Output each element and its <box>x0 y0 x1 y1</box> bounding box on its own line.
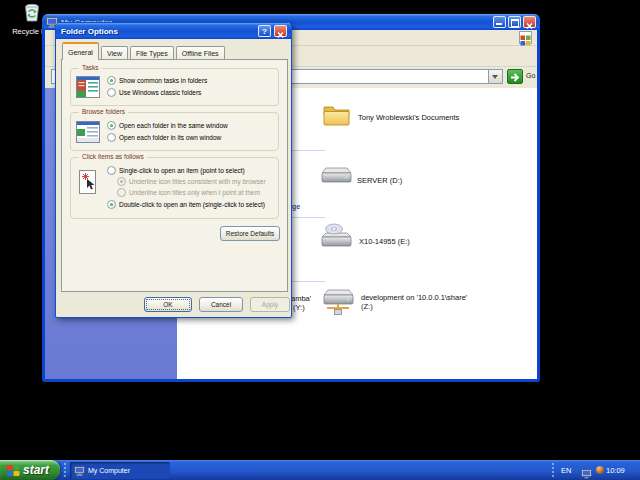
item-label-line2[interactable]: (Z:) <box>361 302 373 311</box>
taskbar-item-label: My Computer <box>88 467 130 474</box>
apply-button[interactable]: Apply <box>250 297 290 312</box>
radio-selected-icon <box>107 76 116 85</box>
start-label: start <box>23 463 49 477</box>
help-button[interactable]: ? <box>258 25 271 37</box>
radio-underline-point[interactable]: Underline icon titles only when I point … <box>117 188 260 197</box>
address-dropdown-button[interactable] <box>488 70 502 83</box>
radio-disabled-selected-icon <box>117 177 126 186</box>
general-tab-page: Tasks Show common tasks in folders <box>61 59 288 292</box>
taskbar-item-my-computer[interactable]: My Computer <box>70 462 170 479</box>
list-item[interactable] <box>323 103 350 130</box>
taskbar: start My Computer EN 10:09 <box>0 460 640 480</box>
tab-file-types[interactable]: File Types <box>130 46 174 60</box>
list-item[interactable] <box>321 223 354 253</box>
restore-defaults-button[interactable]: Restore Defaults <box>220 226 280 241</box>
radio-double-click[interactable]: Double-click to open an item (single-cli… <box>107 200 265 209</box>
browse-window-icon <box>76 121 100 147</box>
dialog-tabs: General View File Types Offline Files <box>62 45 227 60</box>
click-items-group: Click items as follows Single-click to o… <box>70 157 279 219</box>
dialog-title-bar[interactable]: Folder Options ? <box>56 23 291 39</box>
radio-underline-browser[interactable]: Underline icon titles consistent with my… <box>117 177 266 186</box>
go-arrow-icon <box>508 71 522 84</box>
folder-options-dialog: Folder Options ? General View File Types… <box>55 22 292 318</box>
dialog-close-button[interactable] <box>274 25 287 37</box>
radio-selected-icon <box>107 121 116 130</box>
radio-disabled-icon <box>117 188 126 197</box>
tasks-group-caption: Tasks <box>79 64 102 71</box>
radio-own-window[interactable]: Open each folder in its own window <box>107 133 221 142</box>
windows-flag-icon <box>6 464 20 477</box>
radio-windows-classic-folders[interactable]: Use Windows classic folders <box>107 88 201 97</box>
radio-show-common-tasks[interactable]: Show common tasks in folders <box>107 76 207 85</box>
start-button[interactable]: start <box>0 460 60 480</box>
browse-folders-group: Browse folders Open each folder in the s… <box>70 112 279 151</box>
close-icon <box>275 30 286 40</box>
recycle-bin-icon <box>22 2 42 22</box>
radio-unselected-icon <box>107 166 116 175</box>
click-items-caption: Click items as follows <box>79 153 147 160</box>
cancel-button[interactable]: Cancel <box>199 297 243 312</box>
tab-general[interactable]: General <box>62 42 99 60</box>
hard-drive-icon <box>321 167 352 185</box>
taskbar-divider <box>64 463 66 477</box>
item-label[interactable]: SERVER (D:) <box>357 176 402 185</box>
minimize-button[interactable] <box>493 16 506 28</box>
radio-unselected-icon <box>107 133 116 142</box>
close-button[interactable] <box>523 16 536 28</box>
list-item[interactable] <box>319 289 357 321</box>
item-label[interactable]: X10-14955 (E:) <box>359 237 410 246</box>
volume-tray-icon[interactable] <box>596 466 604 474</box>
click-pointer-icon <box>78 169 98 199</box>
tab-view[interactable]: View <box>101 46 128 60</box>
ok-button[interactable]: OK <box>144 297 192 312</box>
radio-unselected-icon <box>107 88 116 97</box>
tasks-group: Tasks Show common tasks in folders <box>70 68 279 106</box>
language-indicator[interactable]: EN <box>561 466 571 475</box>
windows-logo-icon <box>519 31 532 44</box>
go-label[interactable]: Go <box>526 72 535 79</box>
network-drive-icon <box>319 289 357 317</box>
radio-single-click[interactable]: Single-click to open an item (point to s… <box>107 166 245 175</box>
tray-divider <box>552 463 554 477</box>
item-label-partial-line2[interactable]: (Y:) <box>293 303 305 312</box>
group-header-partial: ge <box>292 203 300 210</box>
web-view-icon <box>76 76 100 102</box>
tab-offline-files[interactable]: Offline Files <box>176 46 225 60</box>
item-label[interactable]: development on '10.0.0.1\share' <box>361 293 467 302</box>
item-label-partial[interactable]: amba' <box>291 294 311 303</box>
browse-folders-caption: Browse folders <box>79 108 128 115</box>
folder-icon <box>323 103 350 126</box>
radio-selected-icon <box>107 200 116 209</box>
go-button[interactable] <box>507 69 523 84</box>
list-item[interactable] <box>321 167 352 189</box>
dialog-title: Folder Options <box>61 27 118 36</box>
radio-same-window[interactable]: Open each folder in the same window <box>107 121 228 130</box>
item-label[interactable]: Tony Wroblewski's Documents <box>358 113 459 122</box>
cd-drive-icon <box>321 223 354 249</box>
my-computer-icon <box>74 466 85 476</box>
network-monitor-tray-icon[interactable] <box>581 465 592 480</box>
maximize-button[interactable] <box>508 16 521 28</box>
clock[interactable]: 10:09 <box>606 466 625 475</box>
